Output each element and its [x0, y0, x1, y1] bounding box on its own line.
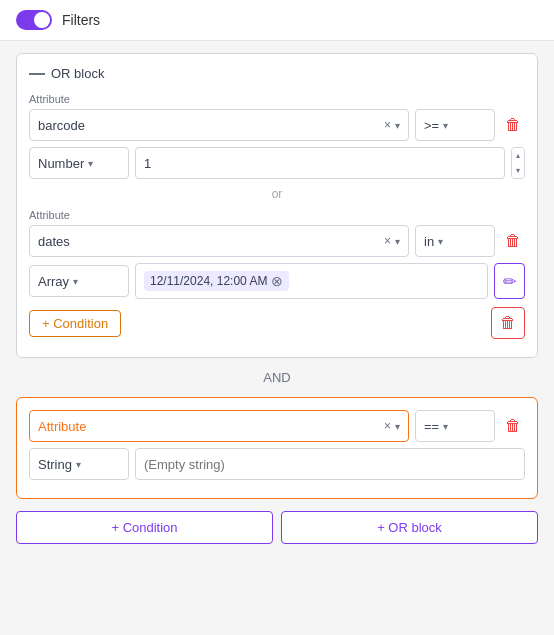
operator-select-invalid[interactable]: == ▾ [415, 410, 495, 442]
filters-toggle[interactable] [16, 10, 52, 30]
condition-2-value-row: Array ▾ 12/11/2024, 12:00 AM ⊗ ✏ [29, 263, 525, 299]
clear-attribute-invalid-icon[interactable]: × [384, 419, 391, 433]
dropdown-attribute-invalid-icon[interactable]: ▾ [395, 421, 400, 432]
or-block-line-icon [29, 73, 45, 75]
type-chevron-invalid-icon: ▾ [76, 459, 81, 470]
or-block: OR block Attribute barcode × ▾ >= ▾ 🗑 [16, 53, 538, 358]
delete-or-block-button[interactable]: 🗑 [491, 307, 525, 339]
step-up-1-button[interactable]: ▴ [512, 148, 524, 163]
attribute-value-2: dates [38, 234, 70, 249]
invalid-condition-row: Attribute × ▾ == ▾ 🗑 [29, 410, 525, 442]
value-input-invalid[interactable] [135, 448, 525, 480]
type-value-invalid: String [38, 457, 72, 472]
operator-value-2: in [424, 234, 434, 249]
operator-select-1[interactable]: >= ▾ [415, 109, 495, 141]
clear-attribute-1-icon[interactable]: × [384, 118, 391, 132]
attribute-placeholder-invalid: Attribute [38, 419, 86, 434]
operator-value-invalid: == [424, 419, 439, 434]
dropdown-attribute-2-icon[interactable]: ▾ [395, 236, 400, 247]
dropdown-attribute-1-icon[interactable]: ▾ [395, 120, 400, 131]
or-block-label: OR block [51, 66, 104, 81]
step-down-1-button[interactable]: ▾ [512, 163, 524, 178]
operator-chevron-invalid-icon: ▾ [443, 421, 448, 432]
invalid-value-row: String ▾ [29, 448, 525, 480]
header: Filters [0, 0, 554, 41]
condition-2-group: Attribute dates × ▾ in ▾ 🗑 Array [29, 209, 525, 299]
operator-chevron-1-icon: ▾ [443, 120, 448, 131]
condition-2-row: dates × ▾ in ▾ 🗑 [29, 225, 525, 257]
tag-input-2[interactable]: 12/11/2024, 12:00 AM ⊗ [135, 263, 488, 299]
tag-value: 12/11/2024, 12:00 AM [150, 274, 267, 288]
or-divider: or [29, 187, 525, 201]
edit-condition-2-button[interactable]: ✏ [494, 263, 525, 299]
or-block-actions: + Condition 🗑 [29, 307, 525, 339]
attribute-icons-invalid: × ▾ [384, 419, 400, 433]
attribute-input-2[interactable]: dates × ▾ [29, 225, 409, 257]
operator-chevron-2-icon: ▾ [438, 236, 443, 247]
operator-select-2[interactable]: in ▾ [415, 225, 495, 257]
number-stepper-1[interactable]: ▴ ▾ [511, 147, 525, 179]
operator-value-1: >= [424, 118, 439, 133]
type-chevron-2-icon: ▾ [73, 276, 78, 287]
type-chevron-1-icon: ▾ [88, 158, 93, 169]
tag-item: 12/11/2024, 12:00 AM ⊗ [144, 271, 289, 291]
invalid-condition-block: Attribute × ▾ == ▾ 🗑 String ▾ [16, 397, 538, 499]
value-input-1[interactable] [135, 147, 505, 179]
attribute-label-1: Attribute [29, 93, 525, 105]
attribute-icons-1: × ▾ [384, 118, 400, 132]
add-or-block-button[interactable]: + OR block [281, 511, 538, 544]
tag-remove-icon[interactable]: ⊗ [271, 273, 283, 289]
add-condition-bottom-button[interactable]: + Condition [16, 511, 273, 544]
type-select-1[interactable]: Number ▾ [29, 147, 129, 179]
type-value-1: Number [38, 156, 84, 171]
bottom-actions: + Condition + OR block [16, 511, 538, 544]
add-condition-button[interactable]: + Condition [29, 310, 121, 337]
condition-1-group: Attribute barcode × ▾ >= ▾ 🗑 Number [29, 93, 525, 179]
delete-condition-1-button[interactable]: 🗑 [501, 112, 525, 138]
attribute-input-1[interactable]: barcode × ▾ [29, 109, 409, 141]
condition-1-value-row: Number ▾ ▴ ▾ [29, 147, 525, 179]
delete-condition-2-button[interactable]: 🗑 [501, 228, 525, 254]
attribute-icons-2: × ▾ [384, 234, 400, 248]
attribute-value-1: barcode [38, 118, 85, 133]
or-block-header: OR block [29, 66, 525, 81]
and-divider: AND [16, 370, 538, 385]
attribute-label-2: Attribute [29, 209, 525, 221]
clear-attribute-2-icon[interactable]: × [384, 234, 391, 248]
type-value-2: Array [38, 274, 69, 289]
header-title: Filters [62, 12, 100, 28]
attribute-input-invalid[interactable]: Attribute × ▾ [29, 410, 409, 442]
condition-1-row: barcode × ▾ >= ▾ 🗑 [29, 109, 525, 141]
type-select-invalid[interactable]: String ▾ [29, 448, 129, 480]
type-select-2[interactable]: Array ▾ [29, 265, 129, 297]
delete-invalid-condition-button[interactable]: 🗑 [501, 413, 525, 439]
main-content: OR block Attribute barcode × ▾ >= ▾ 🗑 [0, 41, 554, 556]
